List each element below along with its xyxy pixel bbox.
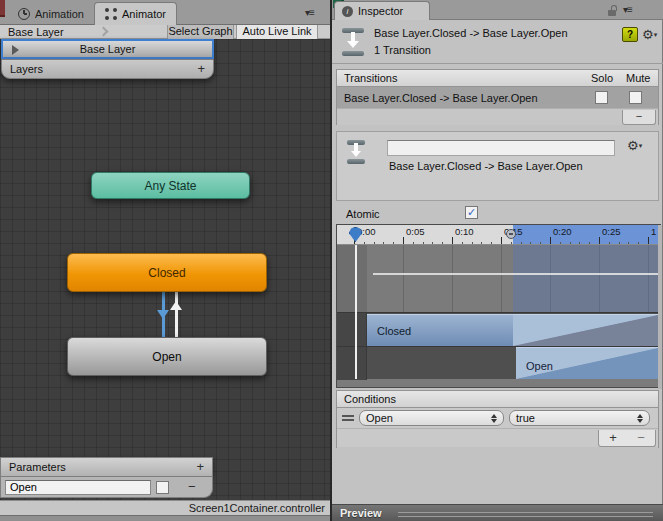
updown-icon <box>637 414 643 423</box>
tick-label: 0:05 <box>406 226 425 237</box>
remove-transition-button[interactable]: − <box>622 110 656 125</box>
clock-icon <box>18 8 30 20</box>
transition-detail-box: ⚙▾ Base Layer.Closed -> Base Layer.Open <box>336 131 659 201</box>
transitions-title: Transitions <box>344 72 397 84</box>
track-closed-label: Closed <box>377 325 411 337</box>
transitions-header: Transitions Solo Mute <box>337 70 658 87</box>
solo-column-label: Solo <box>591 72 613 84</box>
parameter-row: − <box>0 477 213 498</box>
animator-pane: Animation Animator ▾≡ Base Layer Select … <box>0 0 330 521</box>
play-triangle-icon <box>12 45 19 55</box>
blend-curve-line <box>373 273 658 275</box>
base-layer-row[interactable]: Base Layer <box>1 39 214 59</box>
condition-value: true <box>516 412 637 424</box>
transition-detail-label: Base Layer.Closed -> Base Layer.Open <box>389 160 583 172</box>
transition-timeline[interactable]: 0:00 0:05 0:10 0:15 0:20 0:25 1 Closed <box>336 224 661 388</box>
transitions-footer: − <box>337 108 658 125</box>
parameter-value-checkbox[interactable] <box>156 481 169 494</box>
atomic-checkbox[interactable]: ✓ <box>465 206 478 219</box>
tab-inspector[interactable]: Inspector <box>334 1 430 20</box>
tab-animation-label: Animation <box>35 8 84 20</box>
tick-label: 0:20 <box>553 226 572 237</box>
breadcrumb[interactable]: Base Layer <box>8 26 64 38</box>
parameters-title: Parameters <box>9 461 196 473</box>
parameters-header: Parameters + <box>0 457 213 477</box>
lock-icon[interactable] <box>608 5 618 16</box>
transition-row-label: Base Layer.Closed -> Base Layer.Open <box>344 92 538 104</box>
atomic-label: Atomic <box>346 208 380 220</box>
info-icon <box>342 6 353 17</box>
timeline-right-edge <box>658 225 662 389</box>
auto-live-link-button[interactable]: Auto Live Link <box>236 25 318 39</box>
add-condition-button[interactable]: + <box>599 430 627 446</box>
transition-icon <box>347 140 365 164</box>
solo-checkbox[interactable] <box>595 91 608 104</box>
gear-icon[interactable]: ⚙▾ <box>642 28 657 41</box>
tick-label: 0:10 <box>455 226 474 237</box>
preview-bar[interactable]: Preview <box>332 504 663 521</box>
track-open-bar[interactable]: Open <box>516 347 658 379</box>
remove-condition-button[interactable]: − <box>627 430 655 446</box>
preview-label: Preview <box>340 507 382 519</box>
conditions-panel: Conditions Open true + − <box>336 390 659 448</box>
arrow-down-icon <box>157 310 169 319</box>
conditions-footer: + − <box>337 428 658 447</box>
condition-list-buttons: + − <box>598 430 656 447</box>
condition-value-dropdown[interactable]: true <box>509 410 650 426</box>
playhead-line[interactable] <box>355 245 357 379</box>
track-open-label: Open <box>526 360 553 372</box>
pane-menu-icon[interactable]: ▾≡ <box>305 7 314 18</box>
mute-checkbox[interactable] <box>629 91 642 104</box>
transition-open-to-closed[interactable] <box>175 292 178 337</box>
node-any-state[interactable]: Any State <box>91 172 250 199</box>
transitions-panel: Transitions Solo Mute Base Layer.Closed … <box>336 69 659 125</box>
add-layer-button[interactable]: + <box>197 64 205 74</box>
drag-handle-icon[interactable] <box>342 415 354 421</box>
transition-list-row[interactable]: Base Layer.Closed -> Base Layer.Open <box>337 87 658 108</box>
transition-icon <box>342 28 364 56</box>
help-icon[interactable] <box>622 27 638 42</box>
node-open[interactable]: Open <box>67 337 267 376</box>
tick-label: 1 <box>651 226 656 237</box>
node-closed[interactable]: Closed <box>67 253 267 292</box>
inspector-subtitle: 1 Transition <box>374 44 431 56</box>
select-graph-button[interactable]: Select Graph <box>167 25 234 39</box>
node-any-state-label: Any State <box>144 179 196 193</box>
base-layer-row-label: Base Layer <box>80 43 136 55</box>
arrow-up-icon <box>170 301 182 310</box>
bottom-strip <box>0 515 330 521</box>
animator-tab-bar: Animation Animator ▾≡ <box>0 0 330 25</box>
inspector-title: Base Layer.Closed -> Base Layer.Open <box>374 27 568 39</box>
layers-footer: Layers + <box>1 59 214 79</box>
timeline-tracks: Closed Open <box>337 312 658 379</box>
timeline-left-column <box>337 245 367 312</box>
pane-menu-icon[interactable]: ▾≡ <box>623 4 632 15</box>
condition-parameter-dropdown[interactable]: Open <box>359 410 504 426</box>
tab-animator[interactable]: Animator <box>94 2 177 25</box>
add-parameter-button[interactable]: + <box>196 462 204 472</box>
node-closed-label: Closed <box>148 266 185 280</box>
mute-column-label: Mute <box>626 72 650 84</box>
tick-label: 0:25 <box>602 226 621 237</box>
tab-animator-label: Animator <box>122 8 166 20</box>
updown-icon <box>491 414 497 423</box>
inspector-tab-bar: Inspector ▾≡ <box>332 0 663 20</box>
node-open-label: Open <box>152 350 181 364</box>
transition-start-marker[interactable] <box>506 229 516 239</box>
state-machine-graph[interactable]: Base Layer Layers + Any State Closed Ope… <box>0 39 330 500</box>
controller-status-bar: Screen1Container.controller <box>0 500 330 515</box>
track-closed-bar[interactable]: Closed <box>367 314 513 346</box>
chevron-right-icon <box>99 27 109 37</box>
transition-name-field[interactable] <box>387 140 615 156</box>
playhead-handle[interactable] <box>349 227 362 242</box>
remove-parameter-button[interactable]: − <box>188 482 196 492</box>
timeline-ruler[interactable]: 0:00 0:05 0:10 0:15 0:20 0:25 1 <box>337 225 662 245</box>
conditions-title: Conditions <box>344 393 396 405</box>
gear-icon[interactable]: ⚙▾ <box>627 139 642 152</box>
tab-animation[interactable]: Animation <box>8 2 94 25</box>
conditions-header: Conditions <box>337 391 658 408</box>
unity-editor-window: Animation Animator ▾≡ Base Layer Select … <box>0 0 663 521</box>
transition-range-highlight <box>513 225 658 245</box>
parameter-name-field[interactable] <box>5 480 151 495</box>
condition-row: Open true <box>337 408 658 428</box>
